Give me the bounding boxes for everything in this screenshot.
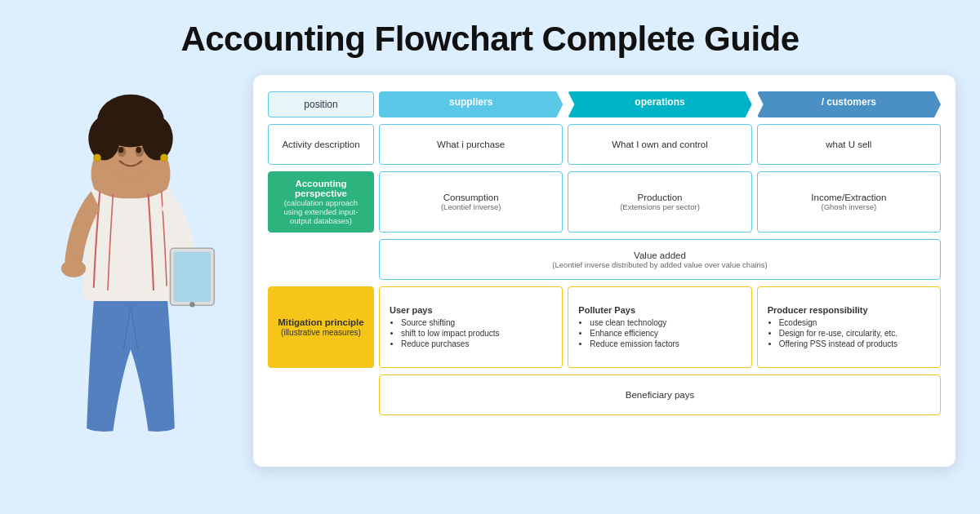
svg-point-10 (161, 154, 168, 162)
header-suppliers: suppliers (379, 91, 563, 117)
cell-mitigation: Mitigation principle (illustrative measu… (268, 286, 374, 368)
cell-value-added: Value added (Leontief inverse distribute… (379, 239, 941, 280)
cell-producer-responsibility: Producer responsibility Ecodesign Design… (757, 286, 941, 368)
svg-point-14 (61, 259, 86, 277)
cell-beneficiary-pays: Beneficiary pays (379, 374, 941, 415)
row-accounting: Accounting perspective (calculation appr… (268, 171, 941, 233)
cell-accounting-perspective: Accounting perspective (calculation appr… (268, 171, 374, 233)
cell-activity-desc: Activity description (268, 124, 374, 165)
svg-point-13 (189, 302, 194, 307)
row-mitigation: Mitigation principle (illustrative measu… (268, 286, 941, 368)
cell-consumption: Consumption (Leontief inverse) (379, 171, 563, 233)
svg-point-4 (141, 117, 173, 161)
row-value-added: Value added (Leontief inverse distribute… (268, 239, 941, 280)
header-customers: / customers (757, 91, 941, 117)
cell-what-purchase: What i purchase (379, 124, 563, 165)
svg-point-3 (88, 117, 120, 161)
svg-rect-12 (174, 252, 211, 302)
header-operations: operations (568, 91, 751, 117)
svg-point-8 (136, 147, 140, 153)
cell-what-own: What I own and control (568, 124, 751, 165)
person-illustration (16, 51, 245, 475)
header-row: position suppliers operations / customer… (268, 91, 941, 117)
svg-point-7 (118, 147, 123, 153)
row-beneficiary: Beneficiary pays (268, 374, 941, 415)
row-activity: Activity description What i purchase Wha… (268, 124, 941, 165)
cell-income: Income/Extraction (Ghosh inverse) (757, 171, 941, 233)
cell-user-pays: User pays Source shifting shift to low i… (379, 286, 563, 368)
cell-polluter-pays: Polluter Pays use clean technology Enhan… (568, 286, 751, 368)
header-position: position (268, 91, 374, 117)
cell-production: Production (Extensions per sector) (568, 171, 751, 233)
cell-what-sell: what U sell (757, 124, 941, 165)
flowchart-card: position suppliers operations / customer… (253, 75, 956, 467)
svg-point-9 (94, 154, 101, 162)
